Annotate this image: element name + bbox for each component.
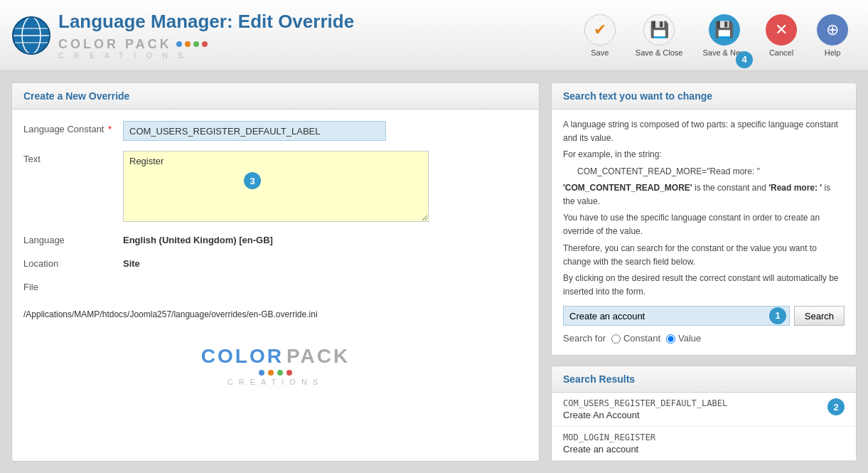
- save-icon: ✔: [584, 14, 616, 46]
- step-4-badge: 4: [736, 51, 753, 68]
- cancel-label: Cancel: [769, 48, 793, 57]
- save-new-button[interactable]: 💾 Save & New 4: [694, 9, 754, 63]
- left-panel-header: Create a New Override: [12, 83, 539, 110]
- required-star: *: [108, 124, 112, 134]
- text-row: Text Register 3: [23, 151, 527, 222]
- toolbar: ✔ Save 💾 Save & Close 💾 Save & New 4 ✕ C…: [576, 9, 857, 63]
- result-item-1[interactable]: COM_USERS_REGISTER_DEFAULT_LABEL Create …: [552, 393, 856, 427]
- radio-constant[interactable]: [611, 334, 621, 344]
- right-panel: Search text you want to change A languag…: [551, 83, 857, 462]
- page-title: Language Manager: Edit Override: [58, 11, 354, 33]
- language-constant-row: Language Constant *: [23, 121, 527, 141]
- radio-value-option[interactable]: Value: [666, 331, 701, 346]
- location-label: Location: [23, 255, 123, 269]
- footer-color: COLOR: [201, 345, 284, 368]
- results-panel: Search Results COM_USERS_REGISTER_DEFAUL…: [551, 366, 857, 462]
- language-label: Language: [23, 232, 123, 245]
- save-new-icon: 💾: [709, 14, 740, 46]
- radio-constant-option[interactable]: Constant: [611, 331, 660, 346]
- text-textarea[interactable]: Register: [123, 151, 429, 222]
- result-1-constant: COM_USERS_REGISTER_DEFAULT_LABEL: [563, 398, 827, 408]
- search-button[interactable]: Search: [794, 306, 845, 326]
- language-value: English (United Kingdom) [en-GB]: [123, 232, 273, 245]
- location-row: Location Site: [23, 255, 527, 269]
- results-panel-header: Search Results: [552, 366, 856, 393]
- step-3-badge: 3: [244, 172, 261, 189]
- search-for-label: Search for: [563, 331, 606, 346]
- language-constant-input[interactable]: [123, 121, 386, 141]
- footer-logo: COLOR PACK CREATIONS: [12, 331, 539, 393]
- constant-highlight: 'COM_CONTENT_READ_MORE': [563, 183, 692, 193]
- save-button[interactable]: ✔ Save: [576, 9, 624, 63]
- results-panel-title: Search Results: [563, 373, 635, 385]
- result-item-2[interactable]: MOD_LOGIN_REGISTER Create an account: [552, 427, 856, 461]
- app-header: Language Manager: Edit Override COLOR PA…: [0, 0, 868, 71]
- location-value: Site: [123, 255, 140, 269]
- result-2-value: Create an account: [563, 444, 845, 455]
- cancel-button[interactable]: ✕ Cancel: [757, 9, 805, 63]
- save-close-icon: 💾: [643, 14, 675, 46]
- globe-icon: [11, 16, 51, 55]
- result-1-value: Create An Account: [563, 410, 827, 420]
- save-close-label: Save & Close: [636, 48, 683, 57]
- left-panel-body: Language Constant * Text Register 3 Lang…: [12, 110, 539, 304]
- desc-line-6: Therefore, you can search for the consta…: [563, 242, 845, 269]
- language-constant-label: Language Constant *: [23, 121, 123, 134]
- save-close-button[interactable]: 💾 Save & Close: [627, 9, 692, 63]
- header-logo-area: Language Manager: Edit Override COLOR PA…: [11, 11, 576, 60]
- search-for-row: Search for Constant Value: [563, 331, 845, 346]
- desc-line-7: By clicking on the desired result the co…: [563, 272, 845, 299]
- left-panel-title: Create a New Override: [23, 90, 129, 102]
- footer-creations: CREATIONS: [227, 378, 323, 386]
- radio-value[interactable]: [666, 334, 675, 344]
- cancel-icon: ✕: [766, 14, 797, 46]
- text-label: Text: [23, 151, 123, 164]
- brand-dots: [176, 41, 208, 47]
- radio-constant-label: Constant: [623, 331, 660, 346]
- help-label: Help: [825, 48, 841, 57]
- desc-line-5: You have to use the specific language co…: [563, 211, 845, 238]
- header-title-area: Language Manager: Edit Override COLOR PA…: [58, 11, 354, 60]
- desc-line-2: For example, in the string:: [563, 148, 845, 161]
- file-label: File: [23, 279, 123, 292]
- desc-line-1: A language string is composed of two par…: [563, 118, 845, 145]
- brand-name: COLOR PACK: [58, 37, 172, 52]
- file-path: /Applications/MAMP/htdocs/Joomla257/lang…: [12, 304, 539, 331]
- help-button[interactable]: ⊕ Help: [808, 9, 857, 63]
- file-row: File: [23, 279, 527, 292]
- search-panel: Search text you want to change A languag…: [551, 83, 857, 356]
- footer-dots: [259, 370, 292, 376]
- left-panel: Create a New Override Language Constant …: [11, 83, 540, 462]
- search-row: 1 Search: [563, 306, 845, 326]
- search-panel-title: Search text you want to change: [563, 90, 712, 102]
- footer-pack: PACK: [286, 345, 350, 368]
- main-content: Create a New Override Language Constant …: [0, 71, 868, 473]
- value-highlight: 'Read more: ': [768, 183, 822, 193]
- brand-sub: C R E A T I O N S: [58, 52, 354, 60]
- language-row: Language English (United Kingdom) [en-GB…: [23, 232, 527, 245]
- radio-value-label: Value: [678, 331, 701, 346]
- desc-line-3: COM_CONTENT_READ_MORE="Read more: ": [577, 165, 845, 179]
- search-input[interactable]: [563, 306, 790, 326]
- search-panel-body: A language string is composed of two par…: [552, 110, 856, 355]
- help-icon: ⊕: [817, 14, 848, 46]
- search-panel-header: Search text you want to change: [552, 83, 856, 110]
- result-item-1-row: COM_USERS_REGISTER_DEFAULT_LABEL Create …: [563, 398, 845, 420]
- result-2-constant: MOD_LOGIN_REGISTER: [563, 432, 845, 442]
- save-label: Save: [591, 48, 609, 57]
- step-2-badge: 2: [827, 398, 845, 415]
- desc-line-4: 'COM_CONTENT_READ_MORE' is the constant …: [563, 181, 845, 208]
